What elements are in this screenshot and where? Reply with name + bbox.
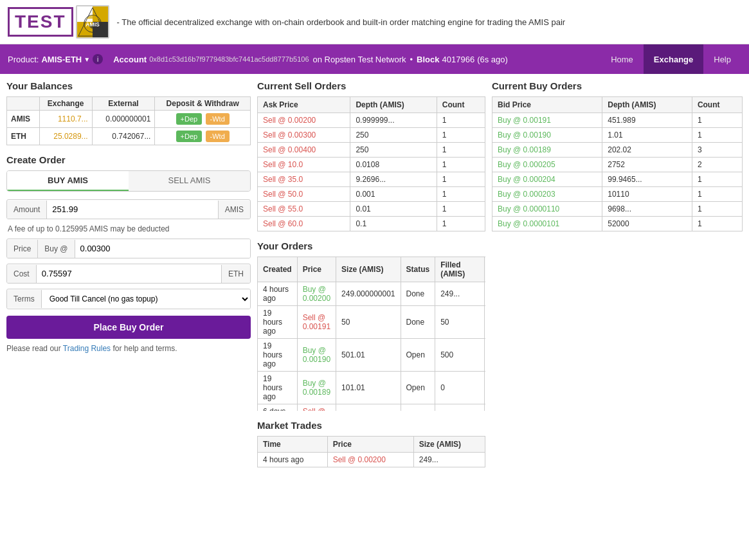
rules-text: Please read our Trading Rules for help a… bbox=[6, 344, 251, 353]
your-order-status: Open bbox=[401, 339, 435, 372]
buy-bid-price[interactable]: Buy @ 0.000205 bbox=[492, 158, 602, 172]
product-chevron-icon[interactable]: ▼ bbox=[84, 56, 90, 63]
your-orders-title: Your Orders bbox=[257, 240, 485, 251]
yo-col-filled: Filled (AMIS) bbox=[435, 257, 485, 282]
sell-count: 1 bbox=[437, 172, 485, 187]
sell-count: 1 bbox=[437, 143, 485, 158]
product-info-icon[interactable]: i bbox=[93, 54, 103, 64]
balances-table: Exchange External Deposit & Withdraw AMI… bbox=[6, 96, 251, 145]
sell-order-row: Sell @ 10.0 0.0108 1 bbox=[258, 158, 485, 172]
nav-home[interactable]: Home bbox=[600, 44, 644, 74]
buy-order-row: Buy @ 0.0000101 52000 1 bbox=[492, 217, 743, 231]
buy-count: 3 bbox=[692, 143, 742, 158]
sell-ask-price[interactable]: Sell @ 35.0 bbox=[258, 172, 350, 187]
terms-select[interactable]: Good Till Cancel (no gas topup)Immediate… bbox=[42, 289, 250, 309]
your-order-price[interactable]: Sell @ 35.0 bbox=[297, 404, 336, 411]
price-input[interactable] bbox=[75, 239, 250, 258]
amount-unit: AMIS bbox=[218, 201, 250, 219]
center-panel: Current Sell Orders Ask Price Depth (AMI… bbox=[257, 80, 485, 476]
buy-bid-price[interactable]: Buy @ 0.00191 bbox=[492, 113, 602, 128]
top-header: TEST AMIS - The official decentralized e… bbox=[0, 0, 749, 44]
balances-col-external: External bbox=[92, 97, 155, 111]
amount-field: Amount AMIS bbox=[6, 199, 251, 219]
cost-label: Cost bbox=[7, 265, 37, 283]
sell-ask-price[interactable]: Sell @ 0.00300 bbox=[258, 128, 350, 143]
your-order-created: 19 hours ago bbox=[258, 372, 298, 404]
sell-depth: 250 bbox=[350, 128, 437, 143]
buy-bid-price[interactable]: Buy @ 0.00189 bbox=[492, 143, 602, 158]
mt-col-price: Price bbox=[327, 437, 413, 453]
sell-depth: 0.0108 bbox=[350, 158, 437, 172]
deposit-button[interactable]: +Dep bbox=[176, 113, 203, 125]
trading-rules-link[interactable]: Trading Rules bbox=[63, 344, 111, 353]
amount-input[interactable] bbox=[47, 200, 217, 219]
price-field: Price Buy @ bbox=[6, 239, 251, 258]
sell-ask-price[interactable]: Sell @ 0.00400 bbox=[258, 143, 350, 158]
buy-count: 1 bbox=[692, 217, 742, 231]
your-order-filled: 0 bbox=[435, 372, 485, 404]
sell-count: 1 bbox=[437, 187, 485, 202]
your-order-size: 249.000000001 bbox=[336, 282, 401, 306]
buy-depth: 202.02 bbox=[602, 143, 692, 158]
buy-count: 1 bbox=[692, 113, 742, 128]
sell-count: 1 bbox=[437, 202, 485, 217]
product-label: Product: bbox=[8, 55, 39, 64]
your-order-status: Open bbox=[401, 404, 435, 411]
yo-col-size: Size (AMIS) bbox=[336, 257, 401, 282]
your-orders-table: Created Price Size (AMIS) Status Filled … bbox=[257, 257, 485, 411]
buy-col-depth: Depth (AMIS) bbox=[602, 97, 692, 113]
balances-col-exchange: Exchange bbox=[39, 97, 92, 111]
buy-bid-price[interactable]: Buy @ 0.0000110 bbox=[492, 202, 602, 217]
buy-depth: 9698... bbox=[602, 202, 692, 217]
sell-depth: 0.001 bbox=[350, 187, 437, 202]
mt-col-time: Time bbox=[258, 437, 328, 453]
your-order-price[interactable]: Buy @ 0.00190 bbox=[297, 339, 336, 372]
withdraw-button[interactable]: -Wtd bbox=[206, 131, 230, 142]
block-ago: (6s ago) bbox=[477, 55, 508, 64]
your-order-status: Done bbox=[401, 282, 435, 306]
fee-text: A fee of up to 0.125995 AMIS may be dedu… bbox=[8, 224, 251, 233]
tab-sell-amis[interactable]: SELL AMIS bbox=[129, 171, 250, 191]
withdraw-button[interactable]: -Wtd bbox=[206, 113, 230, 125]
balance-actions: +Dep -Wtd bbox=[155, 128, 251, 145]
tab-buy-amis[interactable]: BUY AMIS bbox=[7, 171, 129, 191]
buy-bid-price[interactable]: Buy @ 0.000204 bbox=[492, 172, 602, 187]
buy-depth: 52000 bbox=[602, 217, 692, 231]
buy-bid-price[interactable]: Buy @ 0.00190 bbox=[492, 128, 602, 143]
sell-ask-price[interactable]: Sell @ 50.0 bbox=[258, 187, 350, 202]
buy-count: 1 bbox=[692, 128, 742, 143]
buy-order-row: Buy @ 0.00189 202.02 3 bbox=[492, 143, 743, 158]
buy-bid-price[interactable]: Buy @ 0.000203 bbox=[492, 187, 602, 202]
sell-ask-price[interactable]: Sell @ 55.0 bbox=[258, 202, 350, 217]
sell-count: 1 bbox=[437, 113, 485, 128]
sell-order-row: Sell @ 0.00400 250 1 bbox=[258, 143, 485, 158]
sell-depth: 250 bbox=[350, 143, 437, 158]
your-order-row: 19 hours ago Buy @ 0.00189 101.01 Open 0… bbox=[258, 372, 486, 404]
sell-ask-price[interactable]: Sell @ 60.0 bbox=[258, 217, 350, 231]
your-order-price[interactable]: Buy @ 0.00189 bbox=[297, 372, 336, 404]
sell-ask-price[interactable]: Sell @ 0.00200 bbox=[258, 113, 350, 128]
your-order-created: 19 hours ago bbox=[258, 306, 298, 339]
your-order-price[interactable]: Buy @ 0.00200 bbox=[297, 282, 336, 306]
your-order-row: 6 days ago Sell @ 35.0 10 Open 0.730398.… bbox=[258, 404, 486, 411]
your-order-actions: ℹ✕ bbox=[485, 372, 485, 404]
sell-ask-price[interactable]: Sell @ 10.0 bbox=[258, 158, 350, 172]
your-order-status: Done bbox=[401, 306, 435, 339]
buy-bid-price[interactable]: Buy @ 0.0000101 bbox=[492, 217, 602, 231]
deposit-button[interactable]: +Dep bbox=[176, 131, 203, 142]
balances-row: AMIS 1110.7... 0.000000001 +Dep -Wtd bbox=[7, 111, 251, 128]
cost-input[interactable] bbox=[37, 264, 221, 283]
your-order-row: 19 hours ago Sell @ 0.00191 50 Done 50 ℹ… bbox=[258, 306, 486, 339]
nav-help[interactable]: Help bbox=[703, 44, 741, 74]
product-name[interactable]: AMIS-ETH bbox=[41, 55, 82, 64]
buy-order-row: Buy @ 0.000203 10110 1 bbox=[492, 187, 743, 202]
cost-unit: ETH bbox=[221, 265, 250, 283]
nav-exchange[interactable]: Exchange bbox=[644, 44, 703, 74]
right-panel: Current Buy Orders Bid Price Depth (AMIS… bbox=[492, 80, 743, 476]
buy-order-row: Buy @ 0.000204 99.9465... 1 bbox=[492, 172, 743, 187]
your-order-row: 19 hours ago Buy @ 0.00190 501.01 Open 5… bbox=[258, 339, 486, 372]
account-address: 0x8d1c53d16b7f9779483bfc7441ac5dd8777b51… bbox=[149, 55, 309, 63]
your-order-price[interactable]: Sell @ 0.00191 bbox=[297, 306, 336, 339]
place-buy-order-button[interactable]: Place Buy Order bbox=[6, 316, 251, 339]
buy-col-count: Count bbox=[692, 97, 742, 113]
